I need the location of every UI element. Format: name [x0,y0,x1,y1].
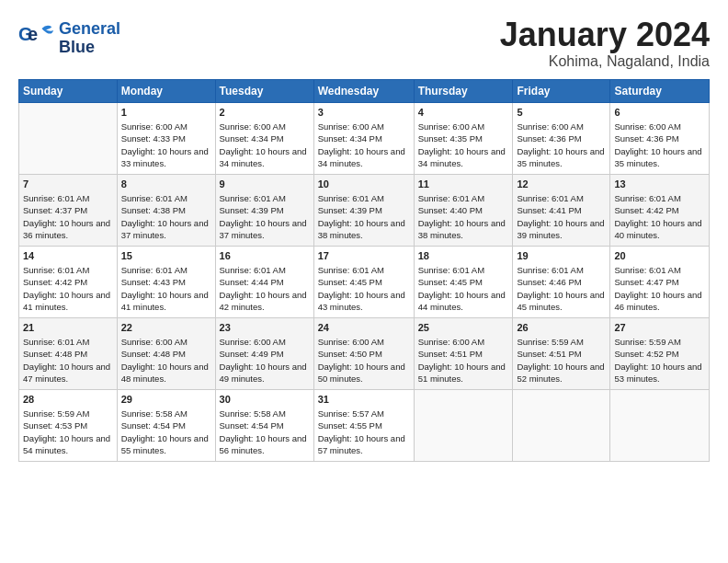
title-block: January 2024 Kohima, Nagaland, India [500,17,710,70]
day-number: 22 [121,321,211,335]
day-number: 2 [220,106,310,120]
calendar-cell: 22Sunrise: 6:00 AMSunset: 4:48 PMDayligh… [117,317,215,389]
day-number: 21 [23,321,113,335]
calendar-cell: 26Sunrise: 5:59 AMSunset: 4:51 PMDayligh… [513,317,610,389]
day-number: 26 [517,321,606,335]
calendar-cell: 14Sunrise: 6:01 AMSunset: 4:42 PMDayligh… [19,246,118,317]
calendar-cell: 28Sunrise: 5:59 AMSunset: 4:53 PMDayligh… [19,389,118,461]
day-number: 30 [220,393,310,407]
day-info: Sunrise: 6:00 AMSunset: 4:36 PMDaylight:… [517,121,604,168]
day-number: 15 [121,249,211,263]
day-number: 12 [517,178,606,191]
calendar-subtitle: Kohima, Nagaland, India [500,53,710,70]
day-number: 8 [121,178,211,191]
day-info: Sunrise: 6:01 AMSunset: 4:37 PMDaylight:… [23,193,110,240]
calendar-cell [414,389,513,461]
day-number: 25 [418,321,509,335]
day-number: 5 [517,106,606,120]
calendar-cell: 12Sunrise: 6:01 AMSunset: 4:41 PMDayligh… [513,174,610,246]
day-number: 6 [614,106,705,120]
day-info: Sunrise: 6:00 AMSunset: 4:34 PMDaylight:… [220,121,307,168]
day-info: Sunrise: 6:00 AMSunset: 4:36 PMDaylight:… [614,121,701,168]
day-info: Sunrise: 6:01 AMSunset: 4:42 PMDaylight:… [614,193,701,240]
calendar-cell: 16Sunrise: 6:01 AMSunset: 4:44 PMDayligh… [215,246,313,317]
col-sunday: Sunday [19,79,118,102]
day-info: Sunrise: 6:00 AMSunset: 4:35 PMDaylight:… [418,121,506,168]
calendar-cell: 10Sunrise: 6:01 AMSunset: 4:39 PMDayligh… [313,174,414,246]
calendar-cell [19,102,118,174]
day-info: Sunrise: 6:01 AMSunset: 4:39 PMDaylight:… [220,193,307,240]
week-row-3: 14Sunrise: 6:01 AMSunset: 4:42 PMDayligh… [19,246,710,317]
calendar-cell: 29Sunrise: 5:58 AMSunset: 4:54 PMDayligh… [117,389,215,461]
day-number: 23 [220,321,310,335]
calendar-cell: 13Sunrise: 6:01 AMSunset: 4:42 PMDayligh… [610,174,710,246]
col-friday: Friday [513,79,610,102]
page: G e General Blue January 2024 Kohima, Na… [0,0,728,563]
day-info: Sunrise: 6:00 AMSunset: 4:48 PMDaylight:… [121,337,209,384]
day-info: Sunrise: 6:01 AMSunset: 4:40 PMDaylight:… [418,193,506,240]
day-number: 16 [220,249,310,263]
day-number: 1 [121,106,211,120]
calendar-cell: 5Sunrise: 6:00 AMSunset: 4:36 PMDaylight… [513,102,610,174]
calendar-cell: 18Sunrise: 6:01 AMSunset: 4:45 PMDayligh… [414,246,513,317]
svg-text:e: e [28,24,38,44]
week-row-1: 1Sunrise: 6:00 AMSunset: 4:33 PMDaylight… [19,102,710,174]
calendar-cell: 25Sunrise: 6:00 AMSunset: 4:51 PMDayligh… [414,317,513,389]
col-saturday: Saturday [610,79,710,102]
calendar-cell: 9Sunrise: 6:01 AMSunset: 4:39 PMDaylight… [215,174,313,246]
day-info: Sunrise: 6:01 AMSunset: 4:38 PMDaylight:… [121,193,209,240]
calendar-cell: 17Sunrise: 6:01 AMSunset: 4:45 PMDayligh… [313,246,414,317]
day-number: 24 [318,321,410,335]
col-thursday: Thursday [414,79,513,102]
day-info: Sunrise: 6:01 AMSunset: 4:43 PMDaylight:… [121,265,209,312]
day-number: 31 [318,393,410,407]
day-info: Sunrise: 6:01 AMSunset: 4:46 PMDaylight:… [517,265,604,312]
day-number: 9 [220,178,310,191]
day-number: 3 [318,106,410,120]
calendar-cell: 19Sunrise: 6:01 AMSunset: 4:46 PMDayligh… [513,246,610,317]
day-number: 28 [23,393,113,407]
calendar-cell: 2Sunrise: 6:00 AMSunset: 4:34 PMDaylight… [215,102,313,174]
day-number: 27 [614,321,705,335]
calendar-header-row: Sunday Monday Tuesday Wednesday Thursday… [19,79,710,102]
day-info: Sunrise: 6:00 AMSunset: 4:49 PMDaylight:… [220,337,307,384]
calendar-cell: 4Sunrise: 6:00 AMSunset: 4:35 PMDaylight… [414,102,513,174]
logo-text: General Blue [59,20,120,57]
calendar-cell: 7Sunrise: 6:01 AMSunset: 4:37 PMDaylight… [19,174,118,246]
logo: G e General Blue [18,20,120,57]
calendar-cell: 31Sunrise: 5:57 AMSunset: 4:55 PMDayligh… [313,389,414,461]
day-info: Sunrise: 6:00 AMSunset: 4:33 PMDaylight:… [121,121,209,168]
day-info: Sunrise: 6:01 AMSunset: 4:48 PMDaylight:… [23,337,110,384]
day-number: 10 [318,178,410,191]
day-info: Sunrise: 5:57 AMSunset: 4:55 PMDaylight:… [318,408,405,455]
header: G e General Blue January 2024 Kohima, Na… [18,17,710,70]
calendar-cell: 30Sunrise: 5:58 AMSunset: 4:54 PMDayligh… [215,389,313,461]
col-tuesday: Tuesday [215,79,313,102]
calendar-table: Sunday Monday Tuesday Wednesday Thursday… [18,79,710,462]
day-number: 19 [517,249,606,263]
day-info: Sunrise: 6:01 AMSunset: 4:44 PMDaylight:… [220,265,307,312]
day-number: 17 [318,249,410,263]
day-info: Sunrise: 6:00 AMSunset: 4:51 PMDaylight:… [418,337,506,384]
day-info: Sunrise: 6:01 AMSunset: 4:42 PMDaylight:… [23,265,110,312]
calendar-cell: 11Sunrise: 6:01 AMSunset: 4:40 PMDayligh… [414,174,513,246]
week-row-5: 28Sunrise: 5:59 AMSunset: 4:53 PMDayligh… [19,389,710,461]
calendar-cell [513,389,610,461]
calendar-cell: 24Sunrise: 6:00 AMSunset: 4:50 PMDayligh… [313,317,414,389]
calendar-cell: 8Sunrise: 6:01 AMSunset: 4:38 PMDaylight… [117,174,215,246]
day-number: 7 [23,178,113,191]
logo-icon: G e [18,21,55,56]
day-info: Sunrise: 6:00 AMSunset: 4:34 PMDaylight:… [318,121,405,168]
day-info: Sunrise: 6:01 AMSunset: 4:45 PMDaylight:… [418,265,506,312]
day-info: Sunrise: 6:01 AMSunset: 4:47 PMDaylight:… [614,265,701,312]
calendar-cell [610,389,710,461]
col-wednesday: Wednesday [313,79,414,102]
day-info: Sunrise: 6:01 AMSunset: 4:45 PMDaylight:… [318,265,405,312]
col-monday: Monday [117,79,215,102]
day-info: Sunrise: 6:01 AMSunset: 4:41 PMDaylight:… [517,193,604,240]
calendar-cell: 1Sunrise: 6:00 AMSunset: 4:33 PMDaylight… [117,102,215,174]
day-number: 4 [418,106,509,120]
day-info: Sunrise: 5:58 AMSunset: 4:54 PMDaylight:… [121,408,209,455]
calendar-cell: 27Sunrise: 5:59 AMSunset: 4:52 PMDayligh… [610,317,710,389]
calendar-cell: 6Sunrise: 6:00 AMSunset: 4:36 PMDaylight… [610,102,710,174]
